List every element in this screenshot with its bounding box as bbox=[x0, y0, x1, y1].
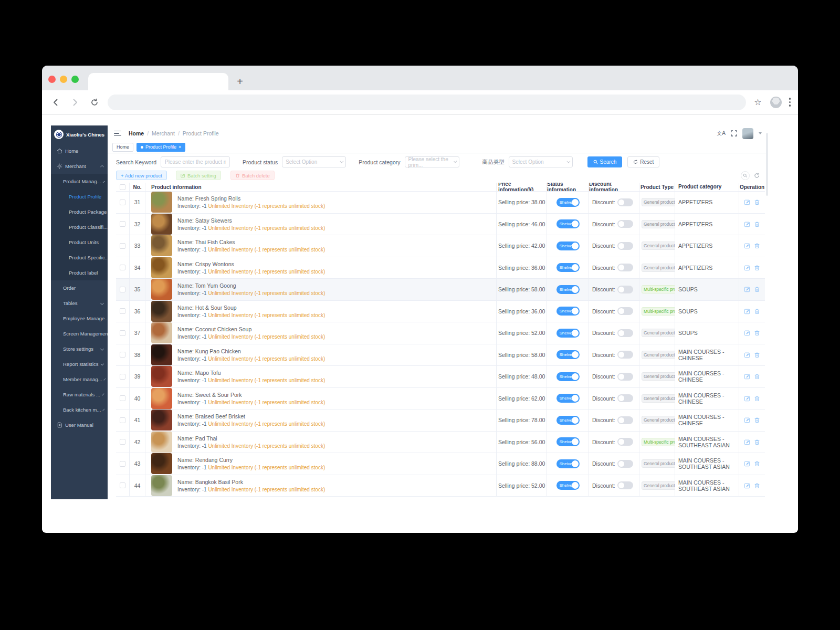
delete-icon[interactable] bbox=[754, 417, 760, 423]
discount-toggle[interactable] bbox=[617, 416, 633, 424]
delete-icon[interactable] bbox=[754, 330, 760, 336]
search-button[interactable]: Search bbox=[587, 156, 623, 167]
table-refresh-icon[interactable] bbox=[754, 173, 760, 178]
keyword-input[interactable] bbox=[161, 156, 230, 167]
delete-icon[interactable] bbox=[754, 352, 760, 358]
row-checkbox[interactable] bbox=[120, 395, 125, 401]
edit-icon[interactable] bbox=[744, 395, 750, 402]
discount-toggle[interactable] bbox=[617, 264, 633, 271]
sidebar-item-back-kitchen-m[interactable]: Back kitchen m... bbox=[51, 402, 108, 417]
delete-icon[interactable] bbox=[754, 243, 760, 249]
row-checkbox[interactable] bbox=[120, 243, 125, 249]
sidebar-item-product-label[interactable]: Product label bbox=[51, 265, 108, 280]
sidebar-item-product-package[interactable]: Product Package bbox=[51, 204, 108, 219]
row-checkbox[interactable] bbox=[120, 374, 125, 380]
shelves-toggle[interactable]: Shelves bbox=[556, 307, 580, 316]
shelves-toggle[interactable]: Shelves bbox=[556, 437, 580, 446]
delete-icon[interactable] bbox=[754, 286, 760, 292]
sidebar-item-product-manag[interactable]: Product Manag... bbox=[51, 174, 108, 189]
browser-profile-avatar[interactable] bbox=[770, 97, 782, 108]
discount-toggle[interactable] bbox=[617, 198, 633, 206]
discount-toggle[interactable] bbox=[617, 242, 633, 250]
maximize-window-button[interactable] bbox=[71, 76, 79, 83]
edit-icon[interactable] bbox=[744, 286, 750, 292]
sidebar-item-product-units[interactable]: Product Units bbox=[51, 235, 108, 250]
shelves-toggle[interactable]: Shelves bbox=[556, 198, 580, 207]
shelves-toggle[interactable]: Shelves bbox=[556, 394, 580, 403]
sidebar-item-store-settings[interactable]: Store settings bbox=[51, 341, 108, 356]
shelves-toggle[interactable]: Shelves bbox=[556, 329, 580, 338]
delete-icon[interactable] bbox=[754, 221, 760, 227]
row-checkbox[interactable] bbox=[120, 352, 125, 358]
discount-toggle[interactable] bbox=[617, 351, 633, 359]
delete-icon[interactable] bbox=[754, 439, 760, 445]
back-icon[interactable] bbox=[49, 96, 62, 109]
sidebar-item-product-classifi[interactable]: Product Classifi... bbox=[51, 219, 108, 235]
category-select[interactable]: Please select the prim... bbox=[405, 156, 459, 167]
edit-icon[interactable] bbox=[744, 308, 750, 314]
new-tab-button[interactable]: + bbox=[233, 75, 247, 89]
shelves-toggle[interactable]: Shelves bbox=[556, 350, 580, 359]
shelves-toggle[interactable]: Shelves bbox=[556, 416, 580, 425]
discount-toggle[interactable] bbox=[617, 460, 633, 468]
discount-toggle[interactable] bbox=[617, 438, 633, 446]
batch-delete-button[interactable]: Batch delete bbox=[230, 171, 275, 180]
edit-icon[interactable] bbox=[744, 199, 750, 205]
edit-icon[interactable] bbox=[744, 460, 750, 467]
address-bar[interactable] bbox=[108, 94, 746, 110]
close-window-button[interactable] bbox=[48, 76, 56, 83]
row-checkbox[interactable] bbox=[120, 200, 125, 205]
browser-tab[interactable] bbox=[88, 73, 228, 90]
row-checkbox[interactable] bbox=[120, 265, 125, 270]
minimize-window-button[interactable] bbox=[60, 76, 67, 83]
fullscreen-icon[interactable] bbox=[731, 130, 737, 136]
user-avatar[interactable] bbox=[742, 128, 753, 139]
shelves-toggle[interactable]: Shelves bbox=[556, 263, 580, 272]
sidebar-item-tables[interactable]: Tables bbox=[51, 296, 108, 311]
shelves-toggle[interactable]: Shelves bbox=[556, 481, 580, 490]
reset-button[interactable]: Reset bbox=[627, 156, 659, 167]
table-search-icon[interactable] bbox=[741, 171, 750, 180]
edit-icon[interactable] bbox=[744, 439, 750, 445]
shelves-toggle[interactable]: Shelves bbox=[556, 285, 580, 294]
tag-view-home[interactable]: Home bbox=[112, 143, 133, 152]
row-checkbox[interactable] bbox=[120, 417, 125, 423]
close-icon[interactable]: × bbox=[178, 144, 181, 150]
sidebar-item-employee-manage[interactable]: Employee Manage... bbox=[51, 311, 108, 326]
sidebar-item-screen-management[interactable]: Screen Management bbox=[51, 326, 108, 341]
sidebar-item-member-manag[interactable]: Member manag... bbox=[51, 372, 108, 387]
sidebar-item-product-profile[interactable]: Product Profile bbox=[51, 189, 108, 204]
shelves-toggle[interactable]: Shelves bbox=[556, 219, 580, 228]
discount-toggle[interactable] bbox=[617, 307, 633, 315]
sidebar-item-user-manual[interactable]: User Manual bbox=[51, 417, 108, 433]
edit-icon[interactable] bbox=[744, 417, 750, 423]
discount-toggle[interactable] bbox=[617, 286, 633, 293]
edit-icon[interactable] bbox=[744, 265, 750, 271]
sidebar-item-merchant[interactable]: Merchant bbox=[51, 159, 108, 174]
row-checkbox[interactable] bbox=[120, 439, 125, 445]
discount-toggle[interactable] bbox=[617, 373, 633, 381]
reload-icon[interactable] bbox=[88, 96, 101, 109]
sidebar-item-order[interactable]: Order bbox=[51, 280, 108, 296]
discount-toggle[interactable] bbox=[617, 394, 633, 402]
sidebar-item-home[interactable]: Home bbox=[51, 143, 108, 159]
collapse-sidebar-icon[interactable] bbox=[114, 131, 121, 136]
edit-icon[interactable] bbox=[744, 243, 750, 249]
edit-icon[interactable] bbox=[744, 482, 750, 489]
edit-icon[interactable] bbox=[744, 221, 750, 227]
tag-view-product-profile[interactable]: Product Profile × bbox=[136, 143, 185, 152]
row-checkbox[interactable] bbox=[120, 330, 125, 336]
delete-icon[interactable] bbox=[754, 308, 760, 314]
delete-icon[interactable] bbox=[754, 395, 760, 402]
delete-icon[interactable] bbox=[754, 482, 760, 489]
breadcrumb-merchant[interactable]: Merchant bbox=[152, 130, 175, 136]
forward-icon[interactable] bbox=[69, 96, 81, 109]
row-checkbox[interactable] bbox=[120, 482, 125, 488]
cn-type-select[interactable]: Select Option bbox=[509, 156, 573, 167]
breadcrumb-home[interactable]: Home bbox=[129, 130, 144, 136]
translate-icon[interactable]: 文A bbox=[717, 130, 726, 137]
row-checkbox[interactable] bbox=[120, 287, 125, 292]
row-checkbox[interactable] bbox=[120, 221, 125, 227]
edit-icon[interactable] bbox=[744, 373, 750, 380]
sidebar-item-report-statistics[interactable]: Report statistics bbox=[51, 356, 108, 372]
